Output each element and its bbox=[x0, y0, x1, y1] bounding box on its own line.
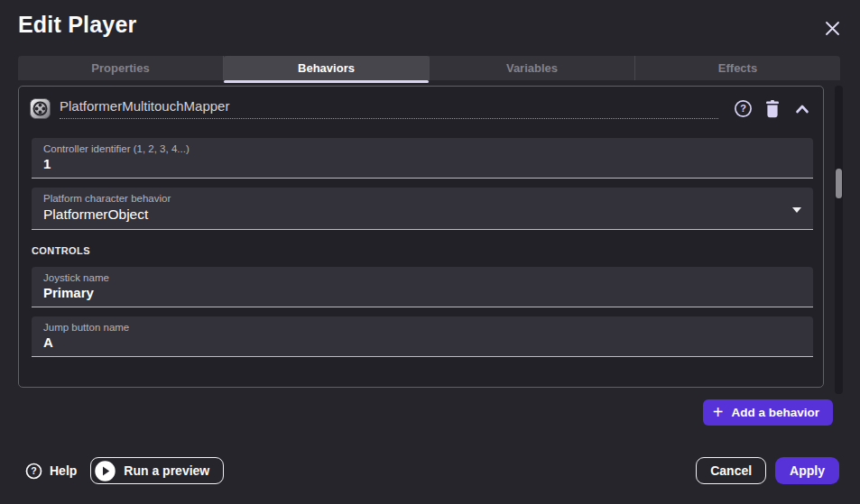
cancel-label: Cancel bbox=[710, 463, 752, 478]
behavior-name-input[interactable] bbox=[60, 98, 718, 119]
close-icon-glyph bbox=[825, 21, 840, 36]
svg-text:?: ? bbox=[31, 465, 36, 476]
chevron-down-icon bbox=[792, 207, 801, 217]
apply-button[interactable]: Apply bbox=[775, 457, 839, 484]
trash-icon[interactable] bbox=[763, 99, 782, 119]
tab-label: Effects bbox=[718, 61, 757, 75]
behavior-header-actions: ? bbox=[733, 99, 816, 119]
controller-identifier-field[interactable]: Controller identifier (1, 2, 3, 4...) bbox=[32, 138, 813, 179]
run-preview-label: Run a preview bbox=[124, 463, 209, 478]
close-icon[interactable] bbox=[820, 16, 844, 40]
gamepad-button-icon bbox=[30, 98, 51, 119]
add-behavior-button[interactable]: + Add a behavior bbox=[703, 399, 833, 426]
field-label: Platform character behavior bbox=[43, 193, 801, 204]
help-icon: ? bbox=[25, 463, 42, 480]
platform-behavior-select[interactable]: Platform character behavior PlatformerOb… bbox=[32, 188, 813, 230]
field-label: Jump button name bbox=[43, 322, 801, 333]
chevron-up-icon[interactable] bbox=[792, 99, 812, 119]
tab-label: Behaviors bbox=[298, 61, 355, 75]
tab-variables[interactable]: Variables bbox=[430, 56, 635, 80]
add-behavior-label: Add a behavior bbox=[731, 406, 819, 419]
play-icon bbox=[95, 461, 116, 481]
joystick-name-field[interactable]: Joystick name bbox=[32, 267, 813, 307]
selected-value: PlatformerObject bbox=[43, 206, 801, 223]
cancel-button[interactable]: Cancel bbox=[696, 457, 766, 484]
behavior-panel-header: ? bbox=[19, 87, 823, 119]
joystick-name-input[interactable] bbox=[43, 285, 801, 300]
apply-label: Apply bbox=[790, 463, 825, 478]
jump-button-name-field[interactable]: Jump button name bbox=[32, 316, 813, 357]
tab-properties[interactable]: Properties bbox=[18, 56, 224, 80]
scrollbar-thumb[interactable] bbox=[836, 169, 842, 198]
help-icon[interactable]: ? bbox=[733, 99, 753, 119]
dialog-title: Edit Player bbox=[18, 12, 136, 38]
tab-bar: Properties Behaviors Variables Effects bbox=[18, 56, 840, 80]
field-label: Controller identifier (1, 2, 3, 4...) bbox=[43, 143, 801, 154]
tab-effects[interactable]: Effects bbox=[635, 56, 840, 80]
footer-bar: ? Help Run a preview Cancel Apply bbox=[0, 455, 860, 486]
field-label: Joystick name bbox=[43, 272, 801, 283]
run-preview-button[interactable]: Run a preview bbox=[90, 457, 224, 484]
jump-button-name-input[interactable] bbox=[43, 334, 801, 350]
svg-text:?: ? bbox=[740, 103, 746, 114]
help-button[interactable]: ? Help bbox=[25, 463, 77, 480]
behavior-panel: ? Controller identifier (1, 2, 3, 4...) bbox=[18, 86, 824, 388]
behavior-fields: Controller identifier (1, 2, 3, 4...) Pl… bbox=[19, 138, 823, 357]
scrollbar-track[interactable] bbox=[835, 86, 843, 394]
tab-behaviors[interactable]: Behaviors bbox=[224, 56, 430, 80]
controls-section-header: CONTROLS bbox=[32, 245, 823, 256]
tab-label: Properties bbox=[91, 61, 149, 75]
plus-icon: + bbox=[713, 403, 724, 421]
controller-identifier-input[interactable] bbox=[43, 156, 801, 171]
tab-label: Variables bbox=[506, 61, 558, 75]
help-label: Help bbox=[50, 463, 77, 478]
